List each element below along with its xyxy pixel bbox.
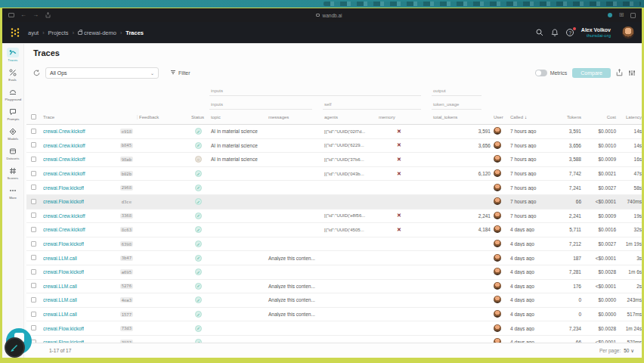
trace-name-link[interactable]: crewai.Flow.kickoff [43, 199, 84, 204]
col-header-feedback[interactable]: Feedback [137, 115, 190, 119]
trace-name-link[interactable]: crewai.LLM.call [43, 256, 77, 261]
trace-name-link[interactable]: crewai.Crew.kickoff [43, 227, 85, 232]
back-icon[interactable]: ← [20, 12, 26, 18]
trace-name-link[interactable]: crewai.Flow.kickoff [43, 241, 84, 247]
table-row[interactable]: crewai.Flow.kickoff2968✓7 hours ago7,241… [26, 181, 642, 195]
row-checkbox[interactable] [31, 171, 36, 176]
table-row[interactable]: crewai.Flow.kickoffd3ce✓7 hours ago66<$0… [26, 195, 642, 209]
per-page-select[interactable]: 50 ∨ [624, 348, 634, 354]
extension-icon[interactable] [608, 13, 612, 17]
notifications-bell-icon[interactable] [551, 29, 559, 37]
sidebar-item-datasets[interactable]: Datasets [2, 146, 23, 160]
table-row[interactable]: crewai.Crew.kickoffb845✓AI in material s… [26, 139, 642, 154]
user-menu[interactable]: Alex Volkov thursdai-org [581, 27, 611, 39]
col-header-messages[interactable]: messages [267, 115, 323, 119]
trace-cell: crewai.Flow.kickoff2968 [42, 185, 137, 191]
table-row[interactable]: crewai.Flow.kickoff3933✓4 days ago66<$0.… [26, 336, 642, 343]
status-cell: ✓ [190, 311, 209, 318]
row-checkbox[interactable] [31, 297, 36, 302]
trace-name-link[interactable]: crewai.Flow.kickoff [43, 185, 84, 191]
table-row[interactable]: crewai.Crew.kickoff8c63✓[{"id":"UUID('45… [26, 223, 642, 237]
row-checkbox[interactable] [31, 185, 36, 190]
apps-grid-icon[interactable]: ⊞ [618, 12, 624, 18]
row-checkbox[interactable] [31, 199, 36, 204]
col-header-agents[interactable]: agents [323, 115, 377, 119]
sidebar-item-traces[interactable]: Traces [2, 48, 23, 62]
new-tab-icon[interactable] [630, 13, 636, 18]
row-checkbox[interactable] [31, 283, 36, 288]
manage-columns-icon[interactable] [628, 70, 636, 76]
row-checkbox[interactable] [31, 213, 36, 218]
table-row[interactable]: crewai.Flow.kickoff73d3✓4 days ago7,234$… [26, 321, 642, 336]
sidebar-item-models[interactable]: Models [2, 126, 23, 141]
row-checkbox[interactable] [31, 255, 36, 260]
table-row[interactable]: crewai.LLM.call5276✓Analyze this conten.… [26, 280, 642, 294]
user-org[interactable]: thursdai-org [581, 33, 611, 39]
address-bar[interactable]: wandb.ai [51, 13, 608, 18]
metrics-toggle[interactable] [535, 70, 547, 76]
row-checkbox[interactable] [31, 157, 36, 162]
trace-name-link[interactable]: crewai.Crew.kickoff [43, 213, 85, 219]
col-header-called[interactable]: Called↓ [509, 115, 560, 119]
sidebar-toggle-icon[interactable] [8, 13, 14, 17]
table-row[interactable]: crewai.LLM.call3b47✓Analyze this conten.… [26, 251, 642, 265]
filter-button[interactable]: Filter [170, 70, 190, 76]
col-header-cost[interactable]: Cost [583, 115, 618, 119]
col-header-trace[interactable]: Trace [42, 115, 137, 119]
sort-desc-icon[interactable]: ↓ [525, 115, 527, 119]
ops-filter-select[interactable]: All Ops ⌄ [45, 67, 159, 79]
trace-id-badge: 2968 [120, 185, 133, 191]
table-row[interactable]: crewai.Flow.kickoff6398✓4 days ago7,212$… [26, 237, 642, 252]
share-icon[interactable] [45, 12, 51, 18]
trace-name-link[interactable]: crewai.Flow.kickoff [43, 269, 84, 275]
wandb-logo[interactable] [10, 27, 20, 38]
sidebar-item-playground[interactable]: Playground [2, 87, 23, 101]
col-header-topic[interactable]: topic [209, 115, 267, 119]
row-checkbox[interactable] [31, 142, 36, 147]
trace-name-link[interactable]: crewai.LLM.call [43, 284, 77, 289]
refresh-icon[interactable] [33, 70, 40, 76]
called-cell: 4 days ago [509, 256, 560, 261]
sidebar-item-prompts[interactable]: Prompts [2, 107, 23, 121]
user-avatar[interactable] [622, 26, 634, 39]
trace-name-link[interactable]: crewai.Crew.kickoff [43, 129, 85, 134]
trace-name-link[interactable]: crewai.LLM.call [43, 312, 77, 317]
table-row[interactable]: crewai.Crew.kickoffb02b✓[{"id":"UUID('04… [26, 167, 642, 182]
breadcrumb-projects[interactable]: Projects [48, 29, 69, 36]
table-row[interactable]: crewai.Crew.kickoffe918✓AI in material s… [26, 125, 642, 139]
col-header-total-tokens[interactable]: total_tokens [432, 115, 492, 119]
col-header-status[interactable]: Status [190, 115, 209, 119]
trace-name-link[interactable]: crewai.Crew.kickoff [43, 157, 85, 162]
select-all-checkbox[interactable] [31, 114, 36, 119]
table-row[interactable]: crewai.LLM.call1577✓Analyze this conten.… [26, 308, 642, 322]
help-icon[interactable]: ? [566, 29, 574, 37]
col-header-tokens[interactable]: Tokens [560, 115, 583, 119]
row-checkbox[interactable] [31, 129, 36, 134]
breadcrumb-user[interactable]: ayut [28, 29, 39, 36]
breadcrumb-project[interactable]: crewai-demo [78, 29, 116, 36]
search-icon[interactable] [536, 29, 544, 37]
status-cell: ✓ [190, 142, 209, 149]
row-checkbox[interactable] [31, 241, 36, 247]
row-checkbox[interactable] [31, 227, 36, 232]
col-header-latency[interactable]: Latency [618, 115, 642, 119]
trace-name-link[interactable]: crewai.Crew.kickoff [43, 143, 85, 148]
row-checkbox[interactable] [31, 325, 36, 330]
forward-icon[interactable]: → [33, 12, 39, 18]
col-header-user[interactable]: User [492, 115, 509, 119]
sidebar-item-scorers[interactable]: Scorers [2, 166, 23, 180]
sidebar-item-more[interactable]: More [2, 185, 23, 200]
trace-name-link[interactable]: crewai.Crew.kickoff [43, 171, 85, 176]
row-checkbox[interactable] [31, 312, 36, 317]
table-row[interactable]: crewai.LLM.call4ea3✓Analyze this conten.… [26, 293, 642, 308]
row-checkbox[interactable] [31, 269, 36, 275]
table-row[interactable]: crewai.Crew.kickoff3368✓[{"id":"UUID('e8… [26, 209, 642, 224]
compare-button[interactable]: Compare [572, 68, 611, 78]
table-row[interactable]: crewai.Flow.kickoffa695✓4 days ago7,281$… [26, 265, 642, 280]
col-header-memory[interactable]: memory [377, 115, 432, 119]
export-icon[interactable] [616, 69, 623, 76]
table-row[interactable]: crewai.Crew.kickoff98ab○AI in material s… [26, 153, 642, 167]
trace-name-link[interactable]: crewai.LLM.call [43, 297, 77, 302]
trace-name-link[interactable]: crewai.Flow.kickoff [43, 326, 84, 331]
sidebar-item-evals[interactable]: Evals [2, 67, 23, 82]
